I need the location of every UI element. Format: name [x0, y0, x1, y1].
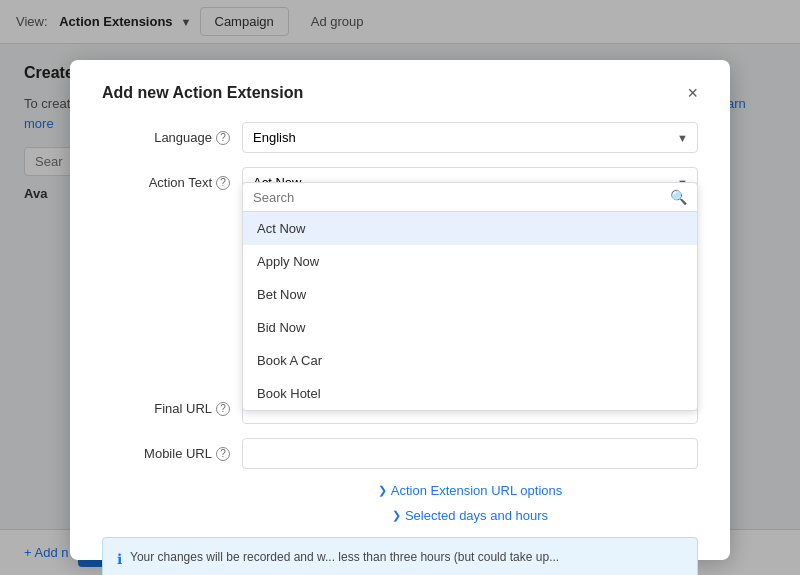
mobile-url-help-icon[interactable]: ? [216, 447, 230, 461]
info-icon: ℹ [117, 549, 122, 570]
action-text-help-icon[interactable]: ? [216, 176, 230, 190]
modal-dialog: Add new Action Extension × Language ? En… [70, 60, 730, 560]
action-text-label: Action Text ? [102, 167, 242, 190]
dropdown-item[interactable]: Book Hotel [243, 377, 697, 410]
final-url-help-icon[interactable]: ? [216, 402, 230, 416]
mobile-url-row: Mobile URL ? [102, 438, 698, 469]
days-hours-chevron-icon: ❯ [392, 509, 401, 522]
url-options-link[interactable]: ❯ Action Extension URL options [378, 483, 563, 498]
dropdown-list: Act NowApply NowBet NowBid NowBook A Car… [243, 212, 697, 410]
language-select-wrapper: English ▼ [242, 122, 698, 153]
url-options-row: ❯ Action Extension URL options [242, 483, 698, 498]
language-help-icon[interactable]: ? [216, 131, 230, 145]
mobile-url-label-text: Mobile URL [144, 446, 212, 461]
final-url-label: Final URL ? [102, 393, 242, 416]
language-row: Language ? English ▼ [102, 122, 698, 153]
language-label-text: Language [154, 130, 212, 145]
mobile-url-control [242, 438, 698, 469]
action-text-label-text: Action Text [149, 175, 212, 190]
final-url-label-text: Final URL [154, 401, 212, 416]
dropdown-item[interactable]: Bid Now [243, 311, 697, 344]
url-options-link-text: Action Extension URL options [391, 483, 563, 498]
dropdown-search-bar: 🔍 [243, 183, 697, 212]
dropdown-item[interactable]: Apply Now [243, 245, 697, 278]
days-hours-row: ❯ Selected days and hours [242, 508, 698, 523]
mobile-url-input[interactable] [242, 438, 698, 469]
modal-overlay: Add new Action Extension × Language ? En… [0, 0, 800, 575]
language-control: English ▼ [242, 122, 698, 153]
mobile-url-label: Mobile URL ? [102, 438, 242, 461]
dropdown-item[interactable]: Book A Car [243, 344, 697, 377]
modal-header: Add new Action Extension × [102, 84, 698, 102]
language-label: Language ? [102, 122, 242, 145]
dropdown-search-input[interactable] [253, 190, 664, 205]
dropdown-item[interactable]: Bet Now [243, 278, 697, 311]
modal-title: Add new Action Extension [102, 84, 303, 102]
dropdown-item[interactable]: Act Now [243, 212, 697, 245]
action-text-dropdown-panel: 🔍 Act NowApply NowBet NowBid NowBook A C… [242, 182, 698, 411]
language-select[interactable]: English [242, 122, 698, 153]
info-box-text: Your changes will be recorded and w... l… [130, 548, 559, 566]
days-hours-link[interactable]: ❯ Selected days and hours [392, 508, 548, 523]
modal-close-button[interactable]: × [687, 84, 698, 102]
url-options-chevron-icon: ❯ [378, 484, 387, 497]
dropdown-search-icon: 🔍 [670, 189, 687, 205]
info-box: ℹ Your changes will be recorded and w...… [102, 537, 698, 575]
days-hours-link-text: Selected days and hours [405, 508, 548, 523]
